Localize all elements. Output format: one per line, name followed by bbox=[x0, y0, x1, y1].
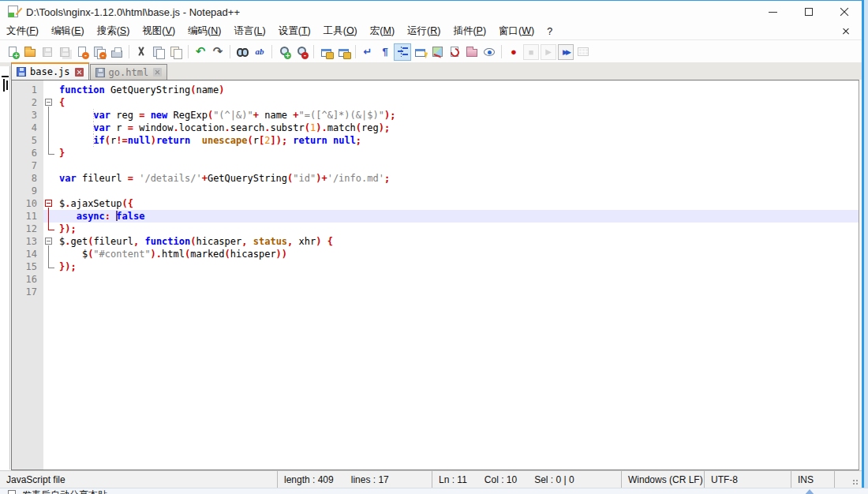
macro-play-icon: ▶ bbox=[541, 44, 556, 60]
code-line: 1function GetQueryString(name) bbox=[12, 84, 859, 96]
cut-icon[interactable] bbox=[133, 44, 149, 60]
toolbar-separator bbox=[355, 45, 356, 58]
code-text: if(r!=null)return unescape(r[2]); return… bbox=[56, 134, 859, 147]
code-line: 10$.ajaxSetup({ bbox=[12, 197, 859, 210]
menu-item-9[interactable]: 运行(R) bbox=[401, 23, 447, 39]
status-eol-format[interactable]: Windows (CR LF) bbox=[622, 471, 705, 488]
status-length-lines: length : 409 lines : 17 bbox=[278, 471, 432, 488]
copy-icon[interactable] bbox=[151, 44, 166, 60]
zoom-out-icon[interactable]: - bbox=[294, 44, 309, 60]
menubar-close-icon[interactable] bbox=[841, 27, 851, 36]
fold-margin bbox=[43, 185, 56, 197]
fold-margin-marker[interactable] bbox=[43, 96, 56, 109]
close-all-documents-icon[interactable]: - bbox=[92, 44, 107, 60]
sync-vertical-scroll-icon[interactable] bbox=[318, 44, 334, 60]
menu-item-1[interactable]: 编辑(E) bbox=[45, 23, 91, 39]
sync-horizontal-scroll-icon[interactable] bbox=[335, 44, 351, 60]
code-text: } bbox=[56, 147, 859, 159]
replace-icon[interactable]: ab bbox=[252, 44, 268, 60]
code-text: }); bbox=[56, 223, 859, 235]
minimize-button[interactable] bbox=[755, 1, 791, 23]
function-completion-icon[interactable] bbox=[412, 44, 428, 60]
fold-margin-marker[interactable] bbox=[43, 197, 56, 210]
status-insert-mode[interactable]: INS bbox=[791, 471, 835, 488]
line-number: 16 bbox=[12, 273, 43, 286]
code-line: 3 var reg = new RegExp("(^|&)"+ name +"=… bbox=[12, 109, 859, 122]
indent-guide-line bbox=[93, 109, 94, 122]
line-number: 3 bbox=[12, 109, 43, 122]
fold-margin-marker[interactable] bbox=[43, 235, 56, 248]
toolbar-separator bbox=[313, 45, 314, 58]
status-encoding[interactable]: UTF-8 bbox=[705, 471, 791, 488]
macro-run-multiple-icon[interactable]: ▶▶ bbox=[558, 44, 574, 60]
tab-go.html[interactable]: go.html bbox=[90, 64, 168, 80]
code-text: var r = window.location.search.substr(1)… bbox=[56, 122, 859, 134]
paste-icon[interactable] bbox=[168, 44, 184, 60]
show-all-characters-icon[interactable]: ¶ bbox=[377, 44, 393, 60]
tab-base.js[interactable]: base.js bbox=[11, 62, 89, 80]
toolbar: +--↶↷ab+-↵¶●■▶▶▶ bbox=[0, 41, 862, 62]
code-line: 17 bbox=[12, 286, 859, 298]
code-line: 13$.get(fileurl, function(hicasper, stat… bbox=[12, 235, 859, 248]
status-doc-type: JavaScript file bbox=[0, 471, 278, 488]
menu-item-12[interactable]: ? bbox=[541, 24, 559, 39]
line-number: 12 bbox=[12, 223, 43, 235]
code-text bbox=[56, 273, 859, 286]
fold-margin-marker bbox=[43, 248, 56, 260]
menu-item-11[interactable]: 窗口(W) bbox=[492, 23, 541, 39]
line-number: 9 bbox=[12, 185, 43, 197]
menu-item-4[interactable]: 编码(N) bbox=[181, 23, 227, 39]
fold-collapse-icon[interactable] bbox=[45, 200, 52, 207]
maximize-button[interactable] bbox=[791, 1, 826, 23]
tab-close-icon[interactable] bbox=[75, 68, 84, 77]
menu-item-0[interactable]: 文件(F) bbox=[0, 23, 45, 39]
line-number: 14 bbox=[12, 248, 43, 260]
code-line: 14 $("#content").html(marked(hicasper)) bbox=[12, 248, 859, 260]
fold-margin bbox=[43, 273, 56, 286]
code-line: 15}); bbox=[12, 260, 859, 273]
zoom-in-icon[interactable]: + bbox=[276, 44, 292, 60]
window-title: D:\Tools\nginx-1.12.0\html\base.js - Not… bbox=[26, 6, 240, 18]
new-file-icon[interactable]: + bbox=[5, 44, 21, 60]
current-code-line: 11 async: false bbox=[12, 210, 859, 223]
indent-guide-line bbox=[93, 134, 94, 147]
resize-grip-icon[interactable] bbox=[852, 479, 859, 486]
menu-item-2[interactable]: 搜索(S) bbox=[91, 23, 137, 39]
tab-close-icon[interactable] bbox=[153, 68, 162, 77]
menu-item-6[interactable]: 设置(T) bbox=[272, 23, 317, 39]
macro-stop-icon: ■ bbox=[523, 44, 539, 60]
macro-record-icon[interactable]: ● bbox=[506, 44, 522, 60]
line-number: 7 bbox=[12, 159, 43, 172]
document-map-icon[interactable] bbox=[429, 44, 445, 60]
code-text bbox=[56, 185, 859, 197]
undo-icon[interactable]: ↶ bbox=[193, 44, 208, 60]
fold-margin-marker bbox=[43, 122, 56, 134]
background-taskbar-fragment: 发表后自动分享本贴 bbox=[0, 488, 868, 494]
menu-item-7[interactable]: 工具(O) bbox=[317, 23, 364, 39]
fold-collapse-icon[interactable] bbox=[45, 238, 52, 245]
file-monitoring-icon[interactable] bbox=[481, 44, 497, 60]
line-number: 1 bbox=[12, 84, 43, 96]
menu-item-3[interactable]: 视图(V) bbox=[136, 23, 181, 39]
indent-guide-line bbox=[93, 122, 94, 134]
redo-icon[interactable]: ↷ bbox=[210, 44, 226, 60]
close-button[interactable] bbox=[826, 1, 862, 23]
status-selection: Sel : 0 | 0 bbox=[534, 474, 574, 485]
code-line: 4 var r = window.location.search.substr(… bbox=[12, 122, 859, 134]
code-line: 7 bbox=[12, 159, 859, 172]
open-folder-icon[interactable] bbox=[22, 44, 38, 60]
indent-guide-icon[interactable] bbox=[395, 44, 410, 60]
menu-item-8[interactable]: 宏(M) bbox=[364, 23, 401, 39]
menu-item-10[interactable]: 插件(P) bbox=[447, 23, 492, 39]
print-icon[interactable] bbox=[109, 44, 125, 60]
close-document-icon[interactable]: - bbox=[74, 44, 90, 60]
status-lines: lines : 17 bbox=[351, 474, 389, 485]
find-icon[interactable] bbox=[234, 44, 250, 60]
fold-collapse-icon[interactable] bbox=[45, 99, 52, 106]
menu-item-5[interactable]: 语言(L) bbox=[227, 23, 271, 39]
editor-text-area[interactable]: 1function GetQueryString(name)2{3 var re… bbox=[11, 80, 859, 470]
word-wrap-icon[interactable]: ↵ bbox=[360, 44, 376, 60]
document-list-icon[interactable] bbox=[447, 44, 462, 60]
line-number: 6 bbox=[12, 147, 43, 159]
folder-as-workspace-icon[interactable] bbox=[464, 44, 480, 60]
